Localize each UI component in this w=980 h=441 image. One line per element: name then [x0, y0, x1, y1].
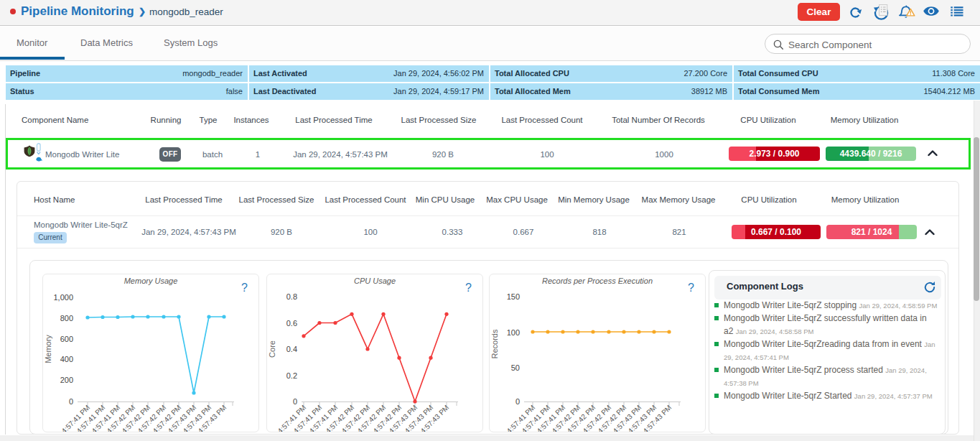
- svg-text:100: 100: [507, 328, 520, 337]
- svg-text:50: 50: [511, 363, 520, 372]
- svg-text:0: 0: [69, 397, 73, 406]
- svg-text:Core: Core: [268, 340, 276, 358]
- svg-text:1,000: 1,000: [53, 293, 73, 302]
- svg-text:Memory Usage: Memory Usage: [124, 277, 178, 285]
- svg-text:Records per Process Execution: Records per Process Execution: [542, 277, 653, 285]
- svg-text:?: ?: [465, 282, 472, 294]
- svg-text:600: 600: [60, 335, 73, 343]
- svg-text:0.2: 0.2: [286, 371, 297, 380]
- svg-text:800: 800: [60, 314, 73, 322]
- svg-text:0: 0: [293, 397, 297, 406]
- svg-text:200: 200: [60, 376, 73, 384]
- svg-text:CPU Usage: CPU Usage: [354, 277, 396, 285]
- svg-text:?: ?: [688, 282, 694, 294]
- svg-text:0.4: 0.4: [286, 345, 297, 353]
- svg-text:400: 400: [60, 355, 73, 363]
- svg-text:Records: Records: [490, 329, 499, 358]
- svg-text:0: 0: [515, 397, 520, 406]
- svg-text:?: ?: [241, 282, 248, 294]
- svg-text:Memory: Memory: [44, 335, 52, 363]
- svg-text:0.8: 0.8: [286, 292, 297, 301]
- svg-text:150: 150: [507, 292, 520, 301]
- svg-text:0.6: 0.6: [286, 319, 297, 328]
